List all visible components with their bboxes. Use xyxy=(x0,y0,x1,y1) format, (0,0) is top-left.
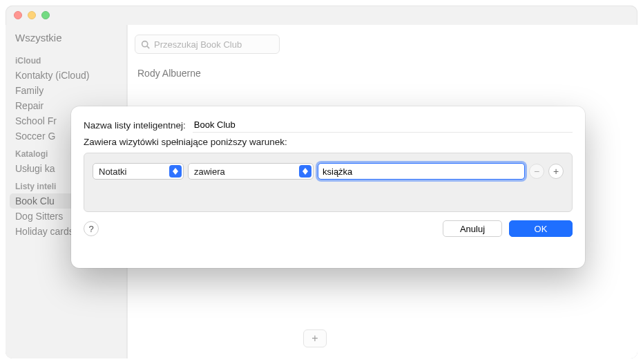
ok-button[interactable]: OK xyxy=(509,220,573,237)
smart-list-sheet: Nazwa listy inteligentnej: Zawiera wizyt… xyxy=(71,106,585,268)
rule-value-input[interactable] xyxy=(318,163,525,180)
popup-arrows-icon xyxy=(299,165,311,178)
rule-row: Notatki zawiera xyxy=(93,163,564,180)
rule-field-popup[interactable]: Notatki xyxy=(93,163,184,180)
rule-operator-popup[interactable]: zawiera xyxy=(188,163,314,180)
minus-icon: − xyxy=(534,166,539,176)
cancel-button[interactable]: Anuluj xyxy=(443,220,502,237)
add-rule-button[interactable]: + xyxy=(548,164,564,179)
remove-rule-button[interactable]: − xyxy=(529,164,544,179)
condition-label: Zawiera wizytówki spełniające poniższy w… xyxy=(84,137,573,147)
plus-icon: + xyxy=(553,166,559,176)
help-icon: ? xyxy=(88,224,93,234)
smart-list-name-input[interactable] xyxy=(193,117,573,133)
rule-field-value: Notatki xyxy=(99,166,126,177)
rule-operator-value: zawiera xyxy=(194,166,225,177)
rules-container: Notatki zawiera xyxy=(84,153,573,212)
name-field-label: Nazwa listy inteligentnej: xyxy=(84,120,186,131)
help-button[interactable]: ? xyxy=(84,221,99,236)
popup-arrows-icon xyxy=(169,165,182,178)
app-window: Wszystkie iCloud Kontakty (iCloud) Famil… xyxy=(6,6,637,358)
